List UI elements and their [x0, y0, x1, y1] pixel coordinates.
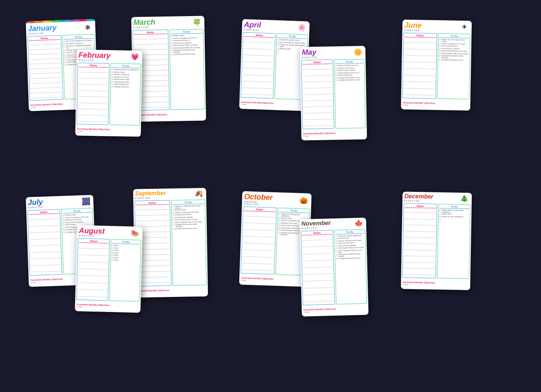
november-todo-label: To Do [335, 230, 364, 234]
may-icon: 🌼 [352, 48, 363, 57]
february-notes-label: Notes [79, 64, 108, 68]
march-title: March [133, 17, 191, 27]
august-todo-label: To Do [112, 240, 140, 244]
february-icon: 💗 [129, 53, 140, 61]
may-title: May [301, 47, 352, 56]
december-icon: 🎄 [458, 194, 469, 203]
october-todo-label: To Do [279, 209, 309, 213]
card-february: February DIRECTOR 💗 Notes [75, 49, 142, 137]
june-title: June [404, 21, 458, 30]
august-notes-label: Notes [79, 239, 108, 244]
february-title: February [78, 51, 129, 60]
january-todo-label: To Do [63, 35, 93, 40]
card-december: December DIRECTOR 🎄 Notes [401, 192, 472, 290]
card-may: May DIRECTOR 🌼 Notes [300, 46, 367, 140]
card-november: November DIRECTOR 🍁 Notes [299, 218, 368, 317]
january-notes-label: Notes [28, 36, 60, 41]
september-icon: 🍂 [193, 189, 204, 198]
main-scene: January DIRECTOR ❄ Notes [27, 13, 514, 379]
card-april: April DIRECTOR 🌸 Notes [239, 19, 309, 111]
april-notes-label: Notes [244, 33, 274, 38]
december-notes-label: Notes [404, 204, 436, 208]
april-icon: 🌸 [296, 23, 308, 32]
card-september: September DIRECTOR 🍂 Notes [133, 188, 208, 297]
january-icon: ❄ [82, 23, 94, 32]
december-title: December [404, 193, 458, 200]
march-notes-label: Notes [134, 31, 167, 35]
november-notes-label: Notes [302, 231, 332, 235]
april-todo-label: To Do [278, 34, 307, 39]
july-notes-label: Notes [28, 210, 59, 215]
september-notes-label: Notes [136, 201, 169, 205]
card-august: August DIRECTOR 🍉 Notes [75, 225, 143, 313]
june-notes-label: Notes [404, 34, 436, 38]
february-todo-label: To Do [112, 64, 140, 68]
june-icon: ☀ [458, 23, 469, 31]
july-todo-label: To Do [62, 209, 91, 214]
september-todo-label: To Do [172, 200, 204, 204]
march-icon: 🍀 [191, 18, 202, 27]
card-march: March DIRECTOR 🍀 Notes [131, 16, 206, 122]
october-notes-label: Notes [244, 208, 275, 212]
june-todo-label: To Do [439, 34, 469, 38]
march-todo-label: To Do [170, 30, 202, 34]
december-todo-label: To Do [439, 205, 469, 209]
october-icon: 🎃 [298, 196, 310, 205]
may-todo-label: To Do [335, 60, 363, 64]
may-notes-label: Notes [302, 61, 332, 64]
july-icon: 🎆 [80, 197, 91, 206]
august-icon: 🍉 [129, 229, 141, 237]
card-june: June DIRECTOR ☀ Notes [401, 19, 471, 110]
november-icon: 🍁 [353, 219, 364, 228]
